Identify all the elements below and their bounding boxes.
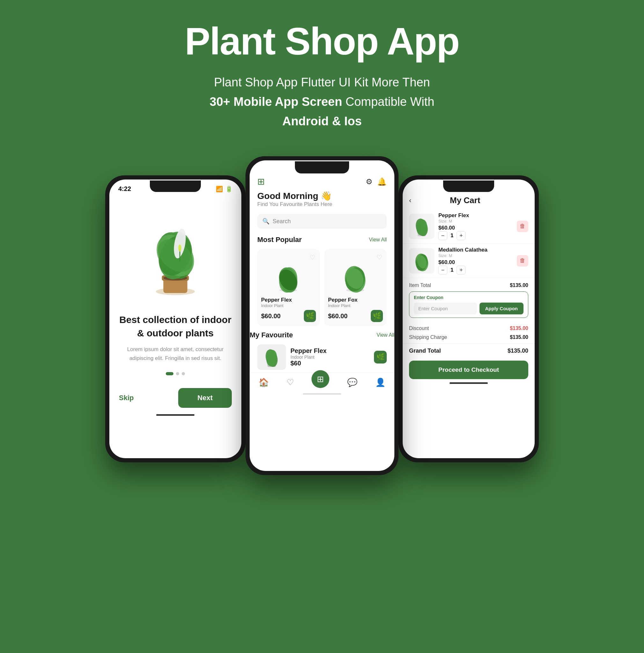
battery-icon: 🔋 (225, 186, 232, 193)
qty-increase-2[interactable]: + (456, 266, 466, 274)
plant-card-name-1: Pepper Flex (261, 297, 316, 303)
qty-decrease-2[interactable]: − (438, 266, 447, 274)
checkout-button[interactable]: Proceed to Checkout (409, 361, 528, 379)
dot-3 (182, 372, 185, 375)
phone2-notch (295, 161, 349, 173)
cart-summary: Item Total $135.00 (403, 278, 535, 288)
phone3-screen: ‹ My Cart Pepper Flex Size: M (403, 179, 535, 458)
search-icon: 🔍 (263, 218, 269, 225)
cart-item-qty-1: − 1 + (438, 231, 513, 240)
fav-item-name: Pepper Flex (291, 347, 370, 355)
nav-home-icon[interactable]: 🏠 (258, 378, 269, 387)
coupon-section: Enter Coupon Enter Coupon Apply Coupon (409, 291, 528, 318)
popular-title: Most Popular (257, 236, 302, 244)
svg-point-12 (178, 245, 181, 252)
qty-decrease-1[interactable]: − (438, 231, 447, 240)
back-button[interactable]: ‹ (409, 196, 411, 205)
pagination-dots (109, 372, 241, 375)
cart-item-name-2: Medallion Calathea (438, 247, 513, 253)
favourite-view-all[interactable]: View All (376, 332, 394, 338)
phones-container: 4:22 📶 🔋 (13, 156, 631, 475)
fav-item-price: $60 (291, 360, 370, 367)
heart-icon-2[interactable]: ♡ (376, 253, 382, 261)
shipping-value: $135.00 (510, 335, 528, 340)
nav-heart-icon[interactable]: ♡ (287, 378, 294, 387)
home-indicator (156, 414, 195, 416)
next-button[interactable]: Next (178, 388, 232, 408)
plant-card-footer-2: $60.00 🌿 (328, 310, 383, 322)
plant-card-type-2: Indoor Plant (328, 303, 383, 308)
delete-item-2[interactable]: 🗑 (517, 255, 528, 267)
wifi-icon: 📶 (216, 186, 223, 193)
discount-row: Discount $135.00 (409, 325, 528, 331)
plants-grid: ♡ Pepper Flex Indoor Plant (250, 246, 394, 329)
cart-item-size-1: Size: M (438, 219, 513, 223)
cart-item-2: Medallion Calathea Size: M $60.00 − 1 + … (403, 244, 535, 278)
phone1-footer: Skip Next (109, 388, 241, 408)
qty-value-1: 1 (450, 233, 453, 239)
cart-item-info-2: Medallion Calathea Size: M $60.00 − 1 + (438, 247, 513, 274)
qty-increase-1[interactable]: + (456, 231, 466, 240)
cart-summary-2: Discount $135.00 Shipping Charge $135.00 (403, 321, 535, 340)
favourite-section-header: My Favourite View All (250, 329, 394, 342)
coupon-row: Enter Coupon Apply Coupon (414, 303, 523, 314)
fav-item-info: Pepper Flex Indoor Plant $60 (291, 347, 370, 367)
bell-icon[interactable]: 🔔 (377, 177, 387, 186)
phone1-time: 4:22 (118, 185, 131, 193)
cart-item-img-2 (409, 248, 435, 273)
grand-total-label: Grand Total (409, 347, 441, 354)
cart-item-1: Pepper Flex Size: M $60.00 − 1 + 🗑 (403, 209, 535, 244)
phone1-status-icons: 📶 🔋 (216, 186, 232, 193)
greeting-section: Good Morning 👋 Find You Favourite Plants… (250, 191, 394, 210)
bottom-navigation: 🏠 ♡ ⊞ 💬 👤 (250, 372, 394, 391)
fav-item-type: Indoor Plant (291, 355, 370, 360)
phone3-notch (443, 180, 494, 192)
plant-card-1: ♡ Pepper Flex Indoor Plant (257, 249, 320, 326)
dot-2 (176, 372, 179, 375)
plant-card-2: ♡ Pepper Fox Indoor Plant (324, 249, 387, 326)
item-total-value: $135.00 (510, 283, 528, 288)
plant-card-img-1 (261, 253, 315, 294)
apply-coupon-button[interactable]: Apply Coupon (479, 303, 523, 314)
coupon-label: Enter Coupon (414, 295, 523, 300)
add-to-cart-1[interactable]: 🌿 (304, 310, 316, 322)
phone-cart: ‹ My Cart Pepper Flex Size: M (398, 175, 539, 462)
phone1-title: Best collection of indoor & outdoor plan… (109, 313, 241, 340)
plant-price-2: $60.00 (328, 312, 347, 320)
fav-leaf-icon: 🌿 (376, 353, 385, 361)
fav-add-button[interactable]: 🌿 (374, 351, 387, 363)
leaf-icon-2: 🌿 (373, 312, 381, 320)
phone-home: ⊞ ⚙ 🔔 Good Morning 👋 Find You Favourite … (246, 156, 398, 475)
skip-button[interactable]: Skip (119, 394, 133, 402)
phone1-screen: 4:22 📶 🔋 (109, 179, 241, 458)
nav-scan-button[interactable]: ⊞ (312, 370, 329, 388)
phone1-description: Lorem ipsum dolor sit amet, consectetur … (109, 345, 241, 362)
search-bar[interactable]: 🔍 Search (257, 214, 387, 228)
phone1-plant-image (121, 198, 229, 307)
home-indicator-2 (303, 393, 341, 395)
discount-label: Discount (409, 325, 429, 331)
plant-card-type-1: Indoor Plant (261, 303, 316, 308)
grand-total-row: Grand Total $135.00 (403, 343, 535, 358)
cart-item-img-1 (409, 214, 435, 239)
delete-item-1[interactable]: 🗑 (517, 221, 528, 232)
page-title: Plant Shop App (185, 19, 460, 63)
fav-item-img (257, 344, 286, 370)
discount-value: $135.00 (510, 325, 528, 331)
add-to-cart-2[interactable]: 🌿 (371, 310, 383, 322)
shipping-row: Shipping Charge $135.00 (409, 335, 528, 340)
coupon-input[interactable]: Enter Coupon (414, 303, 477, 314)
nav-profile-icon[interactable]: 👤 (375, 378, 386, 387)
plant-price-1: $60.00 (261, 312, 280, 320)
filter-icon[interactable]: ⚙ (366, 177, 373, 186)
shipping-label: Shipping Charge (409, 335, 447, 340)
grid-icon[interactable]: ⊞ (257, 176, 265, 187)
heart-icon-1[interactable]: ♡ (309, 253, 315, 261)
nav-chat-icon[interactable]: 💬 (347, 378, 357, 387)
scan-icon: ⊞ (317, 374, 324, 384)
cart-item-size-2: Size: M (438, 253, 513, 258)
plant-card-name-2: Pepper Fox (328, 297, 383, 303)
leaf-icon-1: 🌿 (306, 312, 314, 320)
item-total-label: Item Total (409, 283, 431, 288)
popular-view-all[interactable]: View All (369, 237, 387, 243)
